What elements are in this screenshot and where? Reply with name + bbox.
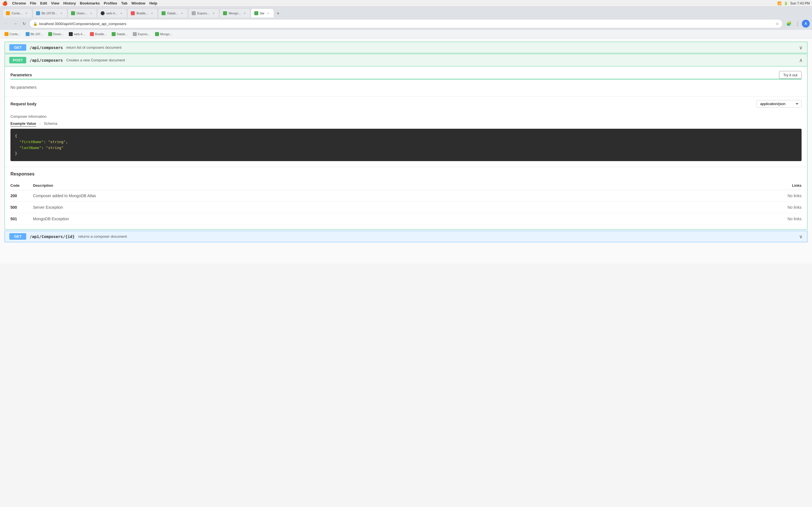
bookmark-label-datab: Datab... <box>117 33 128 36</box>
menu-bookmarks[interactable]: Bookmarks <box>80 1 100 5</box>
tab-bb[interactable]: Bb 19739... × <box>33 8 67 17</box>
tab-close-bb[interactable]: × <box>59 11 64 15</box>
bookmark-conte[interactable]: Conte... <box>2 31 23 37</box>
response-row-200: 200 Composer added to MongoDB Atlas No l… <box>10 190 802 202</box>
menu-window[interactable]: Window <box>132 1 146 5</box>
tab-favicon-content <box>6 11 10 15</box>
get-id-collapse-icon[interactable]: ∨ <box>799 233 803 240</box>
get-endpoint-path: /api/composers <box>30 45 63 50</box>
bookmark-favicon-bradle <box>90 32 94 36</box>
menu-view[interactable]: View <box>51 1 59 5</box>
bookmark-label-conte: Conte... <box>10 33 20 36</box>
responses-table: Code Description Links 200 Composer adde… <box>10 181 802 225</box>
get-id-method-badge: GET <box>9 233 26 240</box>
menubar-right: 📶 🔋 Sun 7:43 PM <box>777 1 810 5</box>
tab-label-down1: Down... <box>77 11 87 15</box>
more-options-icon[interactable]: ⋮ <box>794 20 801 27</box>
response-code-501: 501 <box>10 213 33 225</box>
tab-label-bradle: Bradle... <box>137 11 148 15</box>
get-composers-id-endpoint-row[interactable]: GET /api/Composers/{id} returns a compos… <box>4 231 808 242</box>
forward-button[interactable]: → <box>11 20 19 27</box>
schema-tab[interactable]: Schema <box>44 121 57 126</box>
tab-close-web[interactable]: × <box>119 11 123 15</box>
back-button[interactable]: ← <box>2 20 10 27</box>
tab-down1[interactable]: Down... × <box>67 8 97 17</box>
get-method-badge: GET <box>9 44 26 51</box>
tab-web[interactable]: web-4... × <box>97 8 127 17</box>
tab-expres[interactable]: Expres... × <box>188 8 219 17</box>
response-code-500: 500 <box>10 202 33 213</box>
tab-divider: | <box>40 121 40 126</box>
response-row-501: 501 MongoDB Exception No links <box>10 213 802 225</box>
secure-icon: 🔒 <box>33 22 38 26</box>
bookmark-down[interactable]: Down... <box>46 31 66 37</box>
code-block: { "firstName": "string", "lastName": "st… <box>10 129 802 161</box>
get-endpoint-desc: return list of composers document <box>66 45 121 50</box>
mac-menubar: 🍎 Chrome File Edit View History Bookmark… <box>0 0 812 7</box>
tab-close-mongo[interactable]: × <box>243 11 247 15</box>
post-composers-section: POST /api/composers Creates a new Compos… <box>4 54 808 230</box>
tab-close-content[interactable]: × <box>24 11 29 15</box>
response-links-501: No links <box>661 213 802 225</box>
post-collapse-icon[interactable]: ∧ <box>799 57 803 63</box>
menu-help[interactable]: Help <box>149 1 157 5</box>
tab-label-mongo: Mongo... <box>229 11 241 15</box>
extensions-icon[interactable]: 🧩 <box>785 20 793 27</box>
response-links-500: No links <box>661 202 802 213</box>
new-tab-button[interactable]: + <box>274 10 282 17</box>
tab-favicon-web <box>101 11 105 15</box>
tab-mongo[interactable]: Mongo... × <box>219 8 251 17</box>
tab-favicon-datab <box>161 11 165 15</box>
bookmark-label-expres: Expres... <box>138 33 150 36</box>
profile-button[interactable]: A <box>802 20 810 27</box>
bookmark-label-mongo: Mongo... <box>160 33 172 36</box>
parameters-tab[interactable]: Parameters <box>10 71 32 79</box>
menu-tab[interactable]: Tab <box>121 1 128 5</box>
tab-close-down1[interactable]: × <box>89 11 93 15</box>
bookmark-bradle[interactable]: Bradle... <box>88 31 109 37</box>
bookmark-label-down: Down... <box>53 33 64 36</box>
response-desc-501: MongoDB Exception <box>33 213 661 225</box>
tab-sw-active[interactable]: Sw × <box>251 8 274 17</box>
menu-history[interactable]: History <box>63 1 76 5</box>
menu-edit[interactable]: Edit <box>40 1 47 5</box>
get-collapse-icon[interactable]: ∨ <box>799 45 803 51</box>
page-content: GET /api/composers return list of compos… <box>0 38 812 264</box>
menu-profiles[interactable]: Profiles <box>104 1 117 5</box>
response-links-200: No links <box>661 190 802 202</box>
tab-close-bradle[interactable]: × <box>150 11 154 15</box>
address-bar[interactable]: 🔒 localhost:3000/api/#/Composers/post_ap… <box>29 19 783 28</box>
bookmark-favicon-bb <box>26 32 30 36</box>
bookmark-bb[interactable]: Bb 197... <box>23 31 45 37</box>
content-type-select[interactable]: application/json <box>756 100 802 108</box>
code-column-header: Code <box>10 181 33 190</box>
tab-close-datab[interactable]: × <box>180 11 185 15</box>
code-firstname-key: "firstName" <box>19 140 44 144</box>
toolbar-icons: 🧩 ⋮ A <box>785 20 810 27</box>
tab-bradle[interactable]: Bradle... × <box>127 8 158 17</box>
tab-close-sw[interactable]: × <box>266 11 270 15</box>
app-name[interactable]: Chrome <box>12 1 26 5</box>
post-composers-header[interactable]: POST /api/composers Creates a new Compos… <box>5 54 807 66</box>
tab-bar: Conte... × Bb 19739... × Down... × web-4… <box>0 7 812 17</box>
parameters-section: Parameters Try it out No parameters <box>5 66 807 96</box>
bookmark-mongo[interactable]: Mongo... <box>153 31 174 37</box>
reload-button[interactable]: ↻ <box>20 20 28 27</box>
bookmark-expres[interactable]: Expres... <box>131 31 152 37</box>
bookmark-favicon-datab <box>112 32 116 36</box>
bookmark-datab[interactable]: Datab... <box>109 31 130 37</box>
bookmark-favicon-down <box>48 32 52 36</box>
bookmark-web[interactable]: web-4... <box>66 31 87 37</box>
tab-label-content: Conte... <box>11 11 22 15</box>
tab-content[interactable]: Conte... × <box>2 8 33 17</box>
post-method-badge: POST <box>9 57 26 63</box>
tab-close-expres[interactable]: × <box>211 11 216 15</box>
menu-file[interactable]: File <box>30 1 36 5</box>
get-composers-endpoint-row[interactable]: GET /api/composers return list of compos… <box>4 42 808 53</box>
bookmark-star-icon[interactable]: ☆ <box>776 22 779 26</box>
tab-favicon-expres <box>192 11 196 15</box>
try-it-out-button[interactable]: Try it out <box>779 71 802 79</box>
tab-datab[interactable]: Datab... × <box>158 8 188 17</box>
example-value-tab[interactable]: Example Value <box>10 121 36 126</box>
tab-label-datab: Datab... <box>167 11 178 15</box>
